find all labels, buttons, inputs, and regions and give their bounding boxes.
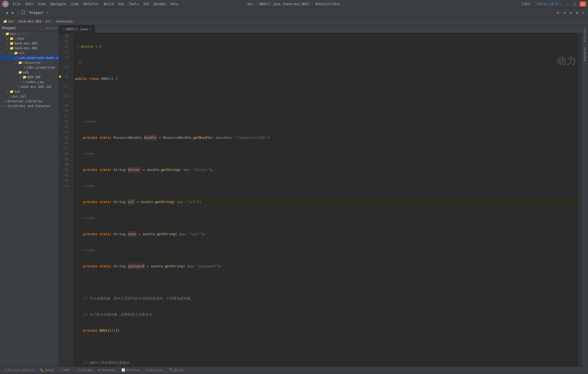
arrow-scratch: ▸	[1, 105, 5, 108]
menu-build[interactable]: Build	[102, 2, 116, 6]
tree-mvc[interactable]: ▾ 📁 mvc D:/mvc	[0, 31, 59, 36]
maximize-btn[interactable]: □	[572, 2, 578, 6]
tab-build[interactable]: 🔨 Build	[167, 368, 186, 372]
close-btn[interactable]: ✕	[580, 2, 586, 6]
toolbar-collapse[interactable]: ⊟	[568, 10, 573, 16]
tab-dbutil[interactable]: J DBUtil.java ✕	[59, 25, 95, 33]
arrow-bank001: ▸	[5, 42, 10, 45]
window-title: mvc - DBUtil.java [bank-mvc-002] - Admin…	[247, 2, 341, 6]
tree-src[interactable]: ▾ 📁 src	[0, 51, 59, 55]
tree-mvc-path: D:/mvc	[17, 32, 28, 36]
tree-webinf-label: WEB-INF	[27, 75, 41, 79]
line-numbers: 10 ▾11 12 13 14 15 16 17 18 19 20 ▾21 ▾2…	[59, 33, 73, 366]
tree-jdbc-label: jdbc.properties	[26, 66, 55, 69]
sidebar-close-icon[interactable]: ✕	[55, 27, 57, 30]
sidebar-collapse-icon[interactable]: ⊟	[52, 27, 54, 30]
arrow-out: ▸	[5, 90, 10, 93]
toolbar-forward[interactable]: ▶	[10, 10, 15, 16]
linenum-31: 31	[59, 167, 71, 173]
linenum-29: 29	[59, 156, 71, 162]
tree-bank-002[interactable]: ▾ 📁 bank-mvc-002	[0, 46, 59, 51]
tab-problems[interactable]: ⚠ Problems	[73, 368, 95, 372]
profiler-label: Profiler	[126, 368, 140, 372]
tree-idea[interactable]: ▸ 📁 .idea	[0, 36, 59, 41]
menu-tools[interactable]: Tools	[127, 2, 141, 6]
sidebar-settings-icon[interactable]: ⚙	[46, 27, 48, 30]
path-bar: 📁 mvc › bank-mvc-002 › src › resources	[0, 18, 588, 25]
menu-help[interactable]: Help	[168, 2, 180, 6]
menu-navigate[interactable]: Navigate	[49, 2, 68, 6]
path-src[interactable]: src	[46, 20, 51, 23]
toolbar-back[interactable]: ◀	[4, 10, 9, 16]
path-bank-mvc-002[interactable]: bank-mvc-002	[18, 20, 42, 23]
tab-dbutil-label: DBUtil.java	[66, 27, 87, 31]
fold-11: ▾	[60, 39, 61, 44]
folder-idea-icon: 📁	[10, 37, 14, 40]
tree-resources[interactable]: ▾ 📁 resources	[0, 60, 59, 65]
menu-code[interactable]: Code	[69, 2, 81, 6]
code-content[interactable]: * @since 1.0 */ public class DBUtil { 4 …	[73, 33, 578, 366]
toolbar-close-sidebar[interactable]: ✕	[581, 10, 586, 16]
tree-jdbc-prop[interactable]: ▸ ≡ jdbc.properties	[0, 65, 59, 70]
menu-run[interactable]: Run	[116, 2, 126, 6]
ext-libs-icon: ≋	[5, 99, 7, 103]
path-resources[interactable]: resources	[56, 20, 73, 23]
tree-webinf[interactable]: ▸ 📁 WEB-INF	[0, 75, 59, 80]
menu-vcs[interactable]: VCS	[141, 2, 151, 6]
menu-refactor[interactable]: Refactor	[81, 2, 101, 6]
tree-iml[interactable]: ▸ □ bank-mvc-002.iml	[0, 84, 59, 89]
linenum-22: ▾22	[59, 119, 71, 124]
bookmarks-tab[interactable]: Bookmarks	[582, 45, 587, 63]
project-arrow[interactable]: ▾	[46, 11, 48, 14]
tree-bank-001[interactable]: ▸ 📁 bank-mvc-001	[0, 41, 59, 46]
code-line-18: private static String password = bundle.…	[75, 264, 578, 269]
notification-badge[interactable]: 已关注	[520, 1, 532, 6]
bottom-tabs: ⊙ Version Control 🐛 Debug ☑ TODO ⚠ Probl…	[0, 366, 588, 373]
tab-debug[interactable]: 🐛 Debug	[38, 368, 57, 372]
tab-close-icon[interactable]: ✕	[89, 27, 91, 31]
toolbar-expand[interactable]: ≡	[562, 10, 567, 16]
menu-file[interactable]: File	[11, 2, 23, 6]
tree-scratches[interactable]: ▸ ✎ Scratches and Consoles	[0, 104, 59, 109]
linenum-14: 14	[59, 55, 71, 60]
tab-profiler[interactable]: 📊 Profiler	[119, 368, 143, 372]
minimize-btn[interactable]: –	[565, 2, 570, 6]
code-line-12: public class DBUtil {	[75, 76, 578, 81]
tree-utils[interactable]: ▾ ⬡ com.powernode.bank.utils	[0, 55, 59, 60]
toolbar-settings[interactable]: ⚙	[575, 10, 580, 16]
tree-ext-libs[interactable]: ▸ ≋ External Libraries	[0, 99, 59, 104]
menu-view[interactable]: View	[36, 2, 48, 6]
folder-src-icon: 📁	[14, 51, 18, 55]
linenum-hint18	[59, 99, 71, 103]
tree-web[interactable]: ▾ 📁 web	[0, 70, 59, 75]
path-mvc[interactable]: mvc	[8, 20, 14, 23]
tree-index[interactable]: ▸ ⬡ index.jsp	[0, 80, 59, 84]
tree-mvc-iml[interactable]: ▸ □ mvc.iml	[0, 94, 59, 99]
sidebar-expand-icon[interactable]: ⊞	[49, 27, 51, 30]
title-right: 已关注 Tomcat 10.0.. – □ ✕	[520, 1, 586, 6]
menu-window[interactable]: Window	[152, 2, 168, 6]
code-hint-18: 1 usage	[75, 248, 578, 253]
sidebar-header: Project ⚙ ⊞ ⊟ ✕	[0, 25, 59, 31]
code-hint-17: 1 usage	[75, 215, 578, 221]
tree-out[interactable]: ▸ 📁 out	[0, 89, 59, 94]
tab-terminal[interactable]: ▶ Terminal	[96, 368, 119, 372]
project-sidebar[interactable]: Project ⚙ ⊞ ⊟ ✕ ▾ 📁 mvc D:/mvc ▸ 📁 .idea…	[0, 25, 59, 366]
tab-services[interactable]: ⚙ Services	[144, 368, 166, 372]
linenum-hint15	[59, 70, 71, 74]
menu-edit[interactable]: Edit	[23, 2, 35, 6]
sidebar-title: Project	[2, 26, 16, 30]
menu-bar: File Edit View Navigate Code Refactor Bu…	[11, 2, 180, 6]
debug-icon: 🐛	[40, 368, 44, 372]
code-area[interactable]: 动力 10 ▾11 12 13 14 15 16 17 18 19 20 ▾2	[59, 33, 582, 366]
structure-tab[interactable]: Structure	[582, 26, 587, 44]
svg-text:IJ: IJ	[4, 3, 7, 6]
tab-version-control[interactable]: ⊙ Version Control	[2, 368, 37, 372]
linenum-25: ▾25	[59, 135, 71, 140]
linenum-hint14	[59, 60, 71, 64]
tab-todo[interactable]: ☑ TODO	[57, 368, 72, 372]
svg-rect-2	[22, 11, 25, 14]
tomcat-btn[interactable]: Tomcat 10.0..	[534, 2, 563, 6]
toolbar-sync[interactable]: ⟳	[555, 10, 561, 16]
toolbar-project-label[interactable]: Project	[28, 10, 45, 16]
